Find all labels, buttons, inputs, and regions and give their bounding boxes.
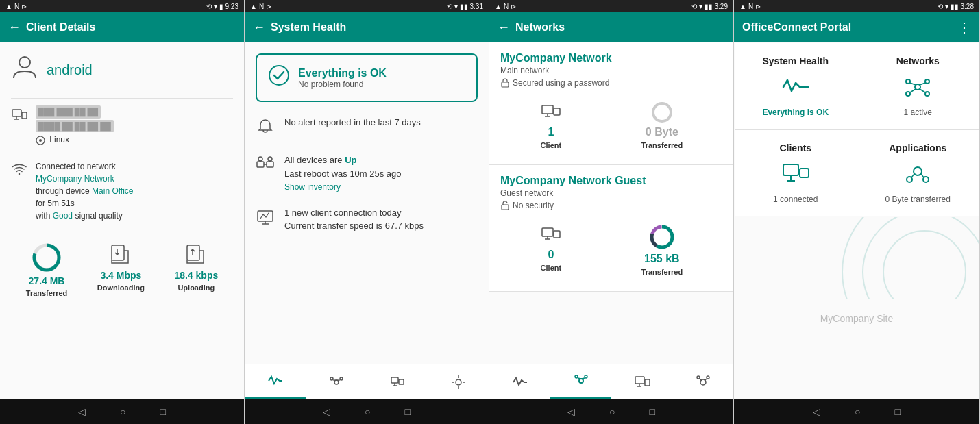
bell-icon bbox=[256, 117, 275, 141]
network-name-link[interactable]: MyCompany Network bbox=[36, 174, 114, 184]
svg-rect-44 bbox=[554, 231, 560, 238]
status-icons-left-2: ▲ N ⊳ bbox=[250, 3, 271, 10]
svg-point-66 bbox=[906, 79, 910, 84]
nav-apps-3[interactable] bbox=[672, 364, 733, 399]
svg-point-51 bbox=[579, 379, 583, 383]
card-clients-title: Clients bbox=[779, 142, 811, 153]
svg-line-72 bbox=[910, 89, 916, 92]
home-nav-btn-1[interactable]: ○ bbox=[120, 406, 125, 417]
stats-row: 27.4 MB Transferred 3.4 Mbps Downloading bbox=[11, 236, 233, 304]
client-device-icon-1 bbox=[540, 101, 562, 123]
nav-network-3[interactable] bbox=[550, 364, 611, 399]
network1-client-stat: 1 Client bbox=[540, 101, 562, 149]
show-inventory-link[interactable]: Show inventory bbox=[284, 182, 341, 192]
page-title-2: System Health bbox=[271, 21, 346, 34]
svg-point-62 bbox=[707, 376, 709, 379]
svg-point-65 bbox=[915, 84, 920, 90]
battery-icon: ▮ bbox=[219, 3, 223, 10]
svg-line-73 bbox=[920, 89, 925, 92]
signal-icon-2: ▲ bbox=[250, 3, 257, 10]
wifi-icon-3: ▾ bbox=[699, 3, 702, 10]
portal-card-clients[interactable]: Clients 1 connected bbox=[735, 130, 857, 216]
site-label: MyCompany Site bbox=[734, 299, 979, 338]
app-bar-4: OfficeConnect Portal ⋮ bbox=[734, 12, 979, 42]
svg-rect-56 bbox=[635, 377, 644, 384]
more-options-icon[interactable]: ⋮ bbox=[957, 19, 971, 36]
screen2-system-health: ▲ N ⊳ ⟲ ▾ ▮▮ 3:31 ← System Health bbox=[245, 0, 489, 424]
svg-rect-36 bbox=[502, 82, 509, 87]
svg-point-80 bbox=[923, 177, 929, 182]
device-name-link[interactable]: Main Office bbox=[92, 186, 133, 196]
network2-transfer-label: Transferred bbox=[641, 268, 683, 276]
uploading-label: Uploading bbox=[177, 284, 215, 292]
card-clients-value: 1 connected bbox=[773, 195, 818, 204]
network-devices-icon bbox=[256, 155, 275, 179]
network2-type: Guest network bbox=[500, 188, 722, 198]
android-nav-3: ◁ ○ □ bbox=[489, 399, 733, 424]
svg-rect-43 bbox=[542, 228, 553, 236]
back-button-1[interactable]: ← bbox=[8, 21, 21, 35]
apps-card-icon bbox=[903, 159, 933, 189]
network-card-1[interactable]: MyCompany Network Main network Secured u… bbox=[489, 42, 733, 165]
nav-apps-2[interactable] bbox=[428, 364, 489, 399]
svg-point-31 bbox=[456, 379, 461, 385]
svg-rect-13 bbox=[267, 162, 273, 167]
svg-point-24 bbox=[340, 377, 343, 380]
android-nav-4: ◁ ○ □ bbox=[734, 399, 979, 424]
home-nav-btn-4[interactable]: ○ bbox=[855, 406, 860, 417]
svg-rect-37 bbox=[542, 105, 553, 114]
recent-nav-btn-2[interactable]: □ bbox=[405, 406, 411, 417]
svg-point-84 bbox=[863, 217, 979, 299]
decorative-circles bbox=[734, 217, 979, 299]
wifi-icon-2: ▾ bbox=[454, 3, 458, 10]
back-nav-btn-4[interactable]: ◁ bbox=[813, 406, 820, 417]
alert-text: No alert reported in the last 7 days bbox=[284, 116, 421, 129]
clients-card-icon bbox=[781, 159, 811, 189]
upload-icon bbox=[184, 242, 208, 267]
nav-health-2[interactable] bbox=[245, 364, 306, 399]
back-nav-btn-2[interactable]: ◁ bbox=[323, 406, 330, 417]
back-button-3[interactable]: ← bbox=[498, 21, 510, 35]
page-title-4: OfficeConnect Portal bbox=[742, 21, 851, 34]
screen3-networks: ▲ N ⊳ ⟲ ▾ ▮▮ 3:29 ← Networks MyCompany N… bbox=[489, 0, 734, 424]
network-card-2[interactable]: MyCompany Network Guest Guest network No… bbox=[489, 165, 733, 292]
status-bar-2: ▲ N ⊳ ⟲ ▾ ▮▮ 3:31 bbox=[245, 0, 489, 12]
networks-content: MyCompany Network Main network Secured u… bbox=[489, 42, 733, 364]
portal-card-health[interactable]: System Health Everything is OK bbox=[735, 43, 857, 129]
portal-card-apps[interactable]: Applications 0 Byte transferred bbox=[857, 130, 979, 216]
recent-nav-btn-1[interactable]: □ bbox=[160, 406, 166, 417]
client-device-icon-2 bbox=[540, 224, 562, 246]
back-button-2[interactable]: ← bbox=[253, 21, 265, 35]
home-nav-btn-2[interactable]: ○ bbox=[365, 406, 370, 417]
ip-text: ███ ███ ██ ██ ████ ██ ██ ██ ██ Linux bbox=[36, 105, 114, 146]
status-icons-left-3: ▲ N ⊳ bbox=[495, 3, 516, 10]
health-item-2: All devices are Up Last reboot was 10m 2… bbox=[256, 153, 478, 194]
nav-clients-3[interactable] bbox=[611, 364, 672, 399]
status-icons-left: ▲ N ⊳ bbox=[5, 3, 27, 10]
card-apps-title: Applications bbox=[889, 142, 946, 153]
home-nav-btn-3[interactable]: ○ bbox=[609, 406, 615, 417]
back-nav-btn-3[interactable]: ◁ bbox=[567, 406, 575, 417]
ok-title: Everything is OK bbox=[298, 67, 387, 79]
card-health-value: Everything is OK bbox=[762, 108, 829, 117]
vibrate-icon-2: ⟲ bbox=[447, 3, 452, 10]
svg-line-81 bbox=[911, 174, 914, 177]
network1-client-value: 1 bbox=[548, 126, 554, 138]
recent-nav-btn-3[interactable]: □ bbox=[650, 406, 655, 417]
page-title-1: Client Details bbox=[26, 21, 95, 34]
status-bar-4: ▲ N ⊳ ⟲ ▾ ▮▮ 3:28 bbox=[734, 0, 979, 12]
vibrate-icon: ⟲ bbox=[206, 3, 212, 10]
svg-point-23 bbox=[330, 377, 333, 380]
nav-health-3[interactable] bbox=[489, 364, 550, 399]
svg-point-15 bbox=[258, 157, 262, 161]
divider-2 bbox=[11, 153, 233, 153]
wifi-icon-detail bbox=[11, 162, 27, 181]
nav-network-2[interactable] bbox=[306, 364, 367, 399]
nav-clients-2[interactable] bbox=[367, 364, 428, 399]
card-apps-value: 0 Byte transferred bbox=[885, 195, 951, 204]
portal-card-networks[interactable]: Networks 1 active bbox=[857, 43, 979, 129]
recent-nav-btn-4[interactable]: □ bbox=[895, 406, 901, 417]
app-bar-2: ← System Health bbox=[245, 12, 489, 42]
back-nav-btn-1[interactable]: ◁ bbox=[78, 406, 86, 417]
card-health-title: System Health bbox=[763, 55, 829, 66]
